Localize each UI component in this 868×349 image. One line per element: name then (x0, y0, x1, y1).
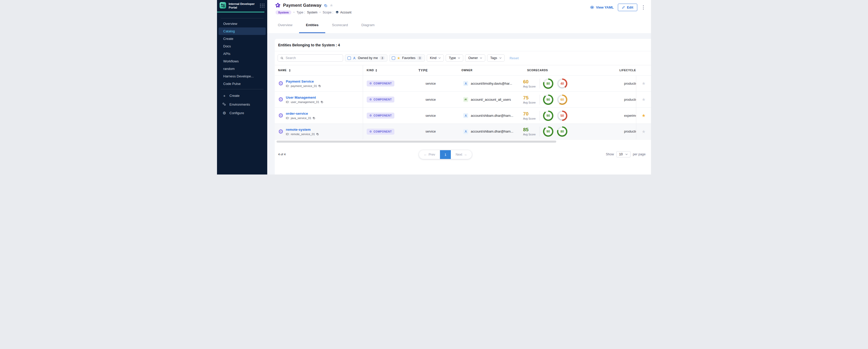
sidebar-nav: Overview Catalog Create Docs APIs Workfl… (217, 19, 267, 89)
entity-link[interactable]: remote-system (286, 128, 319, 131)
scorecard-gauge[interactable]: 80 (557, 126, 567, 137)
search-input[interactable] (286, 56, 340, 60)
table-row: ⚙ Payment Service ID: payment_service_01… (275, 75, 651, 91)
tab-diagram[interactable]: Diagram (355, 21, 381, 33)
owner-text: account/shibam.dhar@harn... (471, 114, 513, 118)
tab-overview[interactable]: Overview (271, 21, 299, 33)
owner-cell: account/shibam.dhar@harn... (460, 129, 520, 134)
horizontal-scrollbar[interactable] (277, 140, 556, 142)
brand-title: Internal Developer Portal (229, 2, 257, 9)
type-dropdown[interactable]: Type (446, 54, 463, 62)
sidebar-item-create[interactable]: Create (219, 35, 266, 42)
show-label: Show (606, 153, 614, 156)
column-header-kind[interactable]: KIND (363, 69, 416, 72)
reset-filters-button[interactable]: Reset (509, 56, 519, 60)
component-kind-badge: ⚙COMPONENT (367, 113, 394, 119)
page-size-value: 10 (619, 153, 623, 156)
content-area: Entities Belonging to the System : 4 Own… (267, 33, 651, 174)
hexagons-icon (222, 102, 226, 106)
tab-scorecard[interactable]: Scorecard (325, 21, 355, 33)
favorite-star-icon[interactable]: ★ (642, 81, 646, 86)
chevron-down-icon (499, 57, 502, 59)
type-label: Type : (297, 11, 305, 14)
id-prefix: ID: (286, 85, 289, 88)
scorecard-gauge[interactable]: 90 (543, 110, 553, 121)
scorecards-cell: 75 Avg Score 90 60 (520, 92, 618, 107)
view-yaml-label: View YAML (596, 5, 614, 9)
lifecycle-value: production (624, 82, 636, 86)
copy-id-icon[interactable] (313, 117, 315, 119)
app-grid-icon[interactable] (260, 4, 265, 7)
avg-score-value: 75 (523, 95, 536, 100)
copy-title-icon[interactable] (324, 4, 327, 7)
favorites-filter[interactable]: ★ Favorites 0 (389, 54, 425, 62)
column-label: NAME (278, 69, 287, 72)
favorites-checkbox[interactable] (392, 57, 395, 60)
kind-dropdown[interactable]: Kind (427, 54, 444, 62)
per-page-label: per page (633, 153, 646, 156)
plus-icon: + (222, 94, 226, 98)
sidebar-item-create-new[interactable]: + Create (217, 91, 267, 100)
favorite-star-icon[interactable]: ★ (642, 114, 646, 118)
sidebar-item-workflows[interactable]: Workflows (219, 58, 266, 65)
copy-id-icon[interactable] (318, 85, 321, 87)
tab-entities[interactable]: Entities (299, 21, 325, 33)
sidebar-item-configure[interactable]: ⚙ Configure (217, 109, 267, 117)
owned-by-me-filter[interactable]: Owned by me 3 (345, 54, 388, 62)
column-header-type: TYPE (416, 69, 460, 72)
owned-by-me-count: 3 (380, 56, 385, 60)
next-page-button[interactable]: Next → (451, 150, 472, 159)
scorecard-gauge[interactable]: 60 (557, 95, 567, 105)
entity-link[interactable]: order-service (286, 112, 315, 116)
component-kind-badge: ⚙COMPONENT (367, 97, 394, 102)
copy-id-icon[interactable] (316, 133, 319, 135)
page-size-select[interactable]: 10 (616, 151, 630, 157)
scorecard-gauge[interactable]: 50 (557, 110, 567, 121)
favorite-star-icon[interactable]: ★ (642, 97, 646, 102)
entity-link[interactable]: User Management (286, 96, 323, 99)
type-cell: service (416, 82, 460, 86)
scorecard-gauge[interactable]: 90 (543, 126, 553, 137)
entity-id-value: remote_service_01 (291, 132, 315, 136)
edit-button[interactable]: Edit (618, 4, 637, 11)
favorite-star-icon[interactable]: ★ (642, 129, 646, 134)
prev-page-button[interactable]: ← Prev (419, 150, 440, 159)
view-yaml-button[interactable]: View YAML (590, 5, 614, 9)
sidebar-item-apis[interactable]: APIs (219, 50, 266, 58)
sidebar-item-catalog[interactable]: Catalog (219, 27, 266, 35)
copy-id-icon[interactable] (320, 101, 323, 103)
dot-separator: • (319, 11, 320, 14)
scorecard-gauge[interactable]: 40 (557, 78, 567, 89)
lifecycle-value: production (624, 130, 636, 133)
brand-header: Internal Developer Portal (217, 0, 267, 9)
sidebar-item-harness-developer[interactable]: Harness Develope... (219, 72, 266, 80)
type-cell: service (416, 98, 460, 101)
entities-table: NAME KIND TYPE OWNER SCORECARDS LIFECYCL… (275, 65, 651, 139)
favorite-title-star-icon[interactable]: ★ (330, 3, 333, 7)
name-cell: ⚙ User Management ID: user_management_01 (275, 92, 363, 107)
kind-cell: ⚙COMPONENT (363, 97, 416, 102)
sidebar-item-environments[interactable]: Environments (217, 100, 267, 109)
next-label: Next (456, 153, 462, 156)
page-number-button[interactable]: 1 (440, 150, 451, 159)
sidebar-item-overview[interactable]: Overview (219, 20, 266, 27)
eye-icon (590, 5, 594, 9)
entity-link[interactable]: Payment Service (286, 80, 321, 83)
scorecard-gauge[interactable]: 80 (543, 78, 553, 89)
brand-line2: Portal (229, 6, 257, 9)
type-cell: service (416, 114, 460, 118)
harness-logo[interactable] (220, 2, 226, 8)
owner-dropdown[interactable]: Owner (465, 54, 485, 62)
owned-by-me-checkbox[interactable] (347, 57, 351, 60)
sidebar-item-code-pulse[interactable]: Code Pulse (219, 80, 266, 88)
sidebar-item-random[interactable]: random (219, 65, 266, 72)
component-gear-icon: ⚙ (278, 81, 284, 87)
table-footer: 4 of 4 ← Prev 1 Next → Show 10 (275, 150, 651, 166)
more-options-kebab-icon[interactable] (642, 4, 646, 11)
column-header-name[interactable]: NAME (275, 65, 363, 75)
scorecard-gauge[interactable]: 90 (543, 95, 553, 105)
tags-dropdown[interactable]: Tags (487, 54, 504, 62)
owner-cell: account/timothy.davis@har... (460, 81, 520, 86)
sidebar-item-docs[interactable]: Docs (219, 42, 266, 50)
favorite-cell: ★ (636, 124, 651, 139)
